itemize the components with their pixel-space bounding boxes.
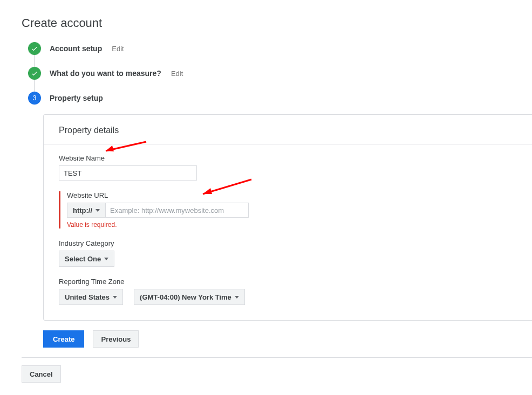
step-connector [35,80,35,92]
industry-value: Select One [65,255,101,263]
action-buttons: Create Previous [43,330,532,348]
industry-field: Industry Category Select One [59,239,517,267]
country-dropdown[interactable]: United States [59,289,123,305]
check-icon [28,42,41,55]
country-value: United States [65,293,110,301]
step-edit-link[interactable]: Edit [112,45,124,53]
cancel-button[interactable]: Cancel [22,365,61,383]
page-title: Create account [22,16,532,30]
chevron-down-icon [113,296,117,299]
create-button[interactable]: Create [43,330,84,348]
panel-header: Property details [44,115,532,144]
step-title: What do you want to measure? [50,69,161,78]
timezone-field: Reporting Time Zone United States (GMT-0… [59,278,517,305]
svg-marker-1 [106,145,114,151]
step-title: Account setup [50,44,102,53]
field-label: Website Name [59,154,517,162]
step-property-setup: 3 Property setup [28,92,532,105]
step-connector [35,55,35,67]
previous-button[interactable]: Previous [93,330,139,348]
step-title: Property setup [50,94,103,102]
field-label: Industry Category [59,239,517,247]
check-icon [28,67,41,80]
chevron-down-icon [96,209,100,212]
industry-dropdown[interactable]: Select One [59,251,114,267]
step-number-icon: 3 [28,92,41,105]
timezone-dropdown[interactable]: (GMT-04:00) New York Time [134,289,245,305]
stepper: Account setup Edit What do you want to m… [28,42,532,105]
protocol-dropdown[interactable]: http:// [67,203,106,218]
website-name-field: Website Name [59,154,517,181]
website-url-field: Website URL http:// Value is required. [59,191,517,228]
timezone-value: (GMT-04:00) New York Time [140,293,231,301]
step-edit-link[interactable]: Edit [171,70,183,78]
website-url-input[interactable] [106,203,249,218]
step-measure: What do you want to measure? Edit [28,67,532,80]
protocol-value: http:// [73,206,92,214]
error-message: Value is required. [67,221,517,228]
field-label: Reporting Time Zone [59,278,517,286]
website-name-input[interactable] [59,165,197,181]
step-account-setup: Account setup Edit [28,42,532,55]
chevron-down-icon [235,296,239,299]
field-label: Website URL [67,191,517,199]
property-details-panel: Property details Website Name Website UR… [43,114,532,321]
panel-body: Website Name Website URL http:// Value i… [44,144,532,320]
chevron-down-icon [104,258,108,260]
divider [22,357,532,358]
